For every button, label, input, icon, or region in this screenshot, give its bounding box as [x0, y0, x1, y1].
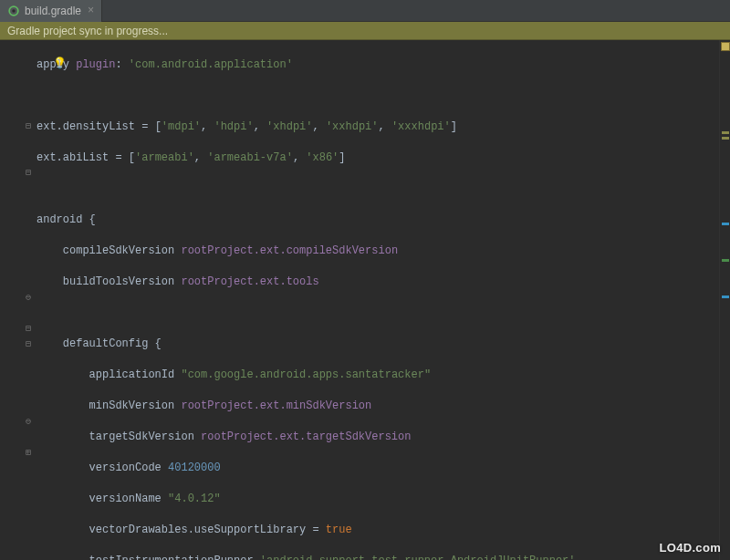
sync-status-bar: Gradle project sync in progress...	[0, 22, 730, 40]
close-tab-icon[interactable]: ×	[86, 5, 96, 17]
code-area[interactable]: apply plugin: 'com.android.application' …	[36, 40, 719, 560]
stripe-marker[interactable]	[722, 223, 729, 225]
fold-toggle[interactable]: ⊟	[24, 325, 33, 334]
tab-bar: build.gradle ×	[0, 0, 730, 22]
stripe-marker[interactable]	[722, 296, 729, 298]
fold-toggle[interactable]: ⊞	[24, 449, 33, 458]
fold-toggle[interactable]: ⊟	[24, 122, 33, 131]
fold-toggle[interactable]: ⊖	[24, 418, 33, 427]
stripe-marker[interactable]	[722, 137, 729, 140]
stripe-marker[interactable]	[722, 259, 729, 262]
fold-toggle[interactable]: ⊖	[24, 294, 33, 303]
analysis-status-icon[interactable]	[721, 42, 730, 51]
fold-toggle[interactable]: ⊟	[24, 340, 33, 349]
watermark: LO4D.com	[660, 541, 721, 555]
code-editor[interactable]: 💡 ⊟ ⊟ ⊖ ⊟ ⊟ ⊖ ⊞ apply plugin: 'com.andro…	[0, 40, 730, 560]
fold-toggle[interactable]: ⊟	[24, 169, 33, 178]
sync-status-text: Gradle project sync in progress...	[7, 25, 168, 37]
error-stripe[interactable]	[719, 40, 730, 560]
svg-point-1	[12, 9, 16, 13]
editor-tab[interactable]: build.gradle ×	[0, 0, 102, 22]
tab-filename: build.gradle	[25, 5, 81, 17]
gradle-file-icon	[7, 5, 20, 17]
editor-gutter: 💡 ⊟ ⊟ ⊖ ⊟ ⊟ ⊖ ⊞	[0, 40, 36, 560]
stripe-marker[interactable]	[722, 131, 729, 134]
